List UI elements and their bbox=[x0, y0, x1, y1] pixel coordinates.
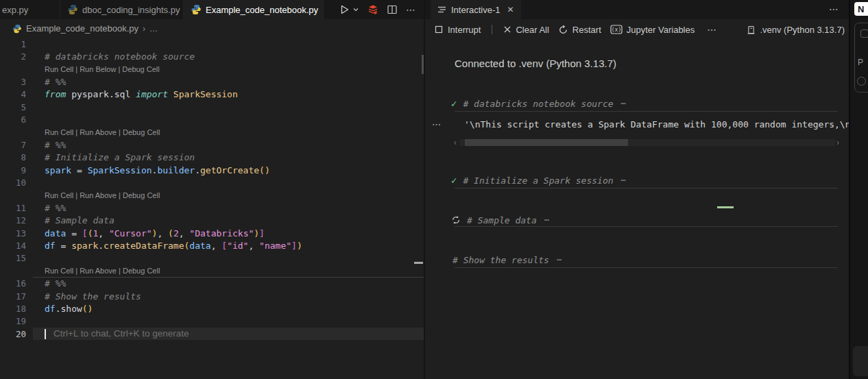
collapsed-ellipsis[interactable]: ⋯ bbox=[621, 175, 627, 185]
scroll-left-arrow[interactable]: ‹ bbox=[454, 138, 457, 147]
editor-more-actions[interactable]: ⋯ bbox=[406, 4, 416, 15]
chat-card-text: P bbox=[858, 58, 863, 67]
tab-interactive-1[interactable]: Interactive-1 ✕ bbox=[431, 0, 521, 19]
cell-header-sample-data[interactable]: # Sample data ⋯ bbox=[451, 214, 550, 226]
jupyter-variables-button[interactable]: (x) Jupyter Variables bbox=[608, 25, 697, 35]
code-line[interactable]: 6 bbox=[0, 113, 424, 125]
jupyter-variables-label: Jupyter Variables bbox=[627, 25, 695, 35]
cell-output-text: '\nThis script creates a Spark DataFrame… bbox=[464, 119, 850, 130]
interrupt-button[interactable]: Interrupt bbox=[432, 25, 483, 35]
collapsed-ellipsis[interactable]: ⋯ bbox=[544, 215, 550, 225]
codelens[interactable]: Run Cell | Run Above | Debug Cell bbox=[0, 265, 424, 277]
editor-rows: 12# databricks notebook sourceRun Cell |… bbox=[0, 38, 424, 340]
tab-dboc-coding-insights[interactable]: dboc_coding_insights.py bbox=[60, 0, 184, 19]
scroll-right-arrow[interactable]: › bbox=[836, 138, 839, 147]
cell-header-show-results[interactable]: # Show the results ⋯ bbox=[453, 254, 562, 266]
cell-header-databricks-source[interactable]: ✓ # databricks notebook source ⋯ bbox=[451, 97, 627, 110]
stop-square-icon bbox=[434, 25, 444, 34]
variables-icon: (x) bbox=[610, 25, 623, 34]
code-line[interactable]: 2# databricks notebook source bbox=[0, 50, 424, 62]
run-button[interactable] bbox=[339, 4, 350, 15]
code-line[interactable]: 8# Initialize a Spark session bbox=[0, 151, 424, 164]
code-editor[interactable]: 12# databricks notebook sourceRun Cell |… bbox=[0, 38, 424, 379]
code-line[interactable]: 5 bbox=[0, 101, 424, 113]
code-line[interactable]: 11# %% bbox=[0, 201, 424, 214]
output-hover-actions[interactable]: ⋯ bbox=[432, 119, 442, 130]
close-icon[interactable]: ✕ bbox=[507, 5, 514, 14]
panel-more-actions[interactable]: ⋯ bbox=[829, 3, 839, 14]
code-line[interactable]: 12# Sample data bbox=[0, 214, 424, 226]
chat-card[interactable]: P bbox=[854, 23, 868, 93]
cell-divider bbox=[455, 226, 838, 227]
interactive-tab-bar: Interactive-1 ✕ ⋯ bbox=[425, 0, 850, 19]
kernel-picker[interactable]: .venv (Python 3.13.7) bbox=[747, 21, 845, 38]
cell-divider bbox=[455, 188, 838, 188]
clear-x-icon bbox=[503, 25, 511, 34]
restart-button[interactable]: Restart bbox=[556, 25, 603, 35]
running-sync-icon bbox=[451, 215, 461, 225]
toolbar-divider bbox=[492, 25, 492, 34]
avatar-circle-icon bbox=[857, 77, 866, 86]
success-check-icon: ✓ bbox=[451, 175, 457, 186]
interpreter-icon bbox=[747, 25, 756, 34]
code-line[interactable]: 20Ctrl+L to chat, Ctrl+K to generate bbox=[0, 328, 424, 340]
interactive-window: Interactive-1 ✕ ⋯ Interrupt Clear All Re… bbox=[425, 0, 850, 379]
attachment-icon bbox=[860, 29, 868, 38]
interactive-toolbar: Interrupt Clear All Restart (x) Jupyter … bbox=[432, 21, 717, 38]
cell-summary: # Initialize a Spark session bbox=[463, 175, 613, 186]
tab-label: Interactive-1 bbox=[451, 5, 501, 15]
tab-example-code-notebook[interactable]: Example_code_notebook.py bbox=[184, 0, 324, 19]
chat-sidebar-edge: N P bbox=[850, 0, 868, 379]
svg-text:(x): (x) bbox=[612, 27, 621, 33]
editor-group: exp.py dboc_coding_insights.py Example_c… bbox=[0, 0, 424, 379]
clear-all-label: Clear All bbox=[516, 25, 548, 35]
vscode-window: exp.py dboc_coding_insights.py Example_c… bbox=[0, 0, 868, 379]
split-editor-icon[interactable] bbox=[387, 4, 398, 15]
code-line[interactable]: 19 bbox=[0, 315, 424, 328]
tab-label: exp.py bbox=[2, 5, 28, 15]
execution-progress-indicator bbox=[717, 206, 734, 208]
tab-label: dboc_coding_insights.py bbox=[82, 5, 180, 15]
codelens[interactable]: Run Cell | Run Above | Debug Cell bbox=[0, 189, 424, 201]
toolbar-more-actions[interactable]: ⋯ bbox=[707, 24, 717, 35]
connected-status: Connected to .venv (Python 3.13.7) bbox=[455, 58, 616, 69]
code-line[interactable]: 13data = [(1, "Cursor"), (2, "Databricks… bbox=[0, 227, 424, 239]
editor-tab-bar: exp.py dboc_coding_insights.py Example_c… bbox=[0, 0, 424, 19]
code-line[interactable]: 9spark = SparkSession.builder.getOrCreat… bbox=[0, 164, 424, 176]
output-horizontal-scrollbar[interactable] bbox=[459, 139, 835, 146]
breadcrumb-separator: › bbox=[143, 24, 145, 34]
codelens[interactable]: Run Cell | Run Above | Debug Cell bbox=[0, 126, 424, 138]
restart-label: Restart bbox=[572, 25, 601, 35]
breadcrumb-more[interactable]: … bbox=[149, 24, 158, 34]
code-line[interactable]: 15 bbox=[0, 252, 424, 265]
editor-actions: ⋯ bbox=[332, 0, 423, 19]
code-line[interactable]: 17# Show the results bbox=[0, 290, 424, 302]
code-line[interactable]: 7# %% bbox=[0, 138, 424, 151]
code-line[interactable]: 3# %% bbox=[0, 75, 424, 88]
breadcrumb[interactable]: Example_code_notebook.py › … bbox=[0, 19, 424, 38]
code-line[interactable]: 1 bbox=[0, 38, 424, 50]
tab-exp-py[interactable]: exp.py bbox=[0, 0, 60, 19]
overview-ruler-marker bbox=[414, 262, 423, 264]
new-chat-button[interactable]: N bbox=[854, 2, 868, 16]
interrupt-label: Interrupt bbox=[448, 25, 481, 35]
cell-header-init-spark[interactable]: ✓ # Initialize a Spark session ⋯ bbox=[451, 174, 627, 186]
collapsed-ellipsis[interactable]: ⋯ bbox=[557, 255, 562, 265]
clear-all-button[interactable]: Clear All bbox=[501, 25, 551, 35]
breadcrumb-file[interactable]: Example_code_notebook.py bbox=[26, 23, 138, 34]
code-line[interactable]: 16# %% bbox=[0, 277, 424, 289]
chat-input-edge[interactable] bbox=[853, 346, 868, 376]
text-cursor bbox=[45, 329, 46, 339]
codelens[interactable]: Run Cell | Run Below | Debug Cell bbox=[0, 63, 424, 75]
run-dropdown-chevron-icon[interactable] bbox=[352, 6, 359, 13]
python-icon bbox=[191, 4, 202, 15]
code-line[interactable]: 10 bbox=[0, 176, 424, 188]
code-line[interactable]: 14df = spark.createDataFrame(data, ["id"… bbox=[0, 239, 424, 252]
tab-label: Example_code_notebook.py bbox=[206, 5, 318, 15]
databricks-run-icon[interactable] bbox=[367, 4, 378, 15]
scrollbar-thumb[interactable] bbox=[465, 139, 628, 146]
collapsed-ellipsis[interactable]: ⋯ bbox=[621, 99, 627, 108]
cell-summary: # databricks notebook source bbox=[463, 99, 613, 109]
code-line[interactable]: 18df.show() bbox=[0, 302, 424, 315]
code-line[interactable]: 4from pyspark.sql import SparkSession bbox=[0, 88, 424, 101]
